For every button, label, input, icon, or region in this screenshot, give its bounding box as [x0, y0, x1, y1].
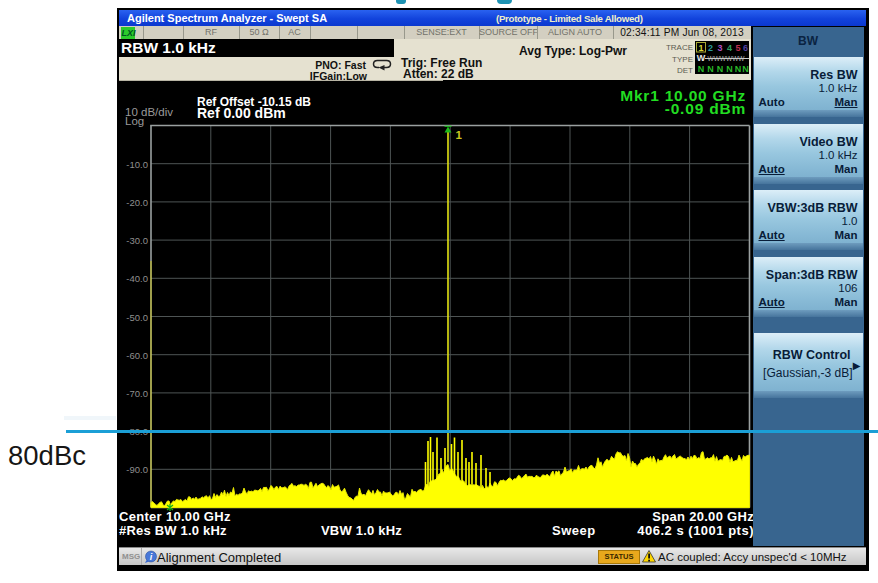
- svg-text:1: 1: [456, 129, 463, 141]
